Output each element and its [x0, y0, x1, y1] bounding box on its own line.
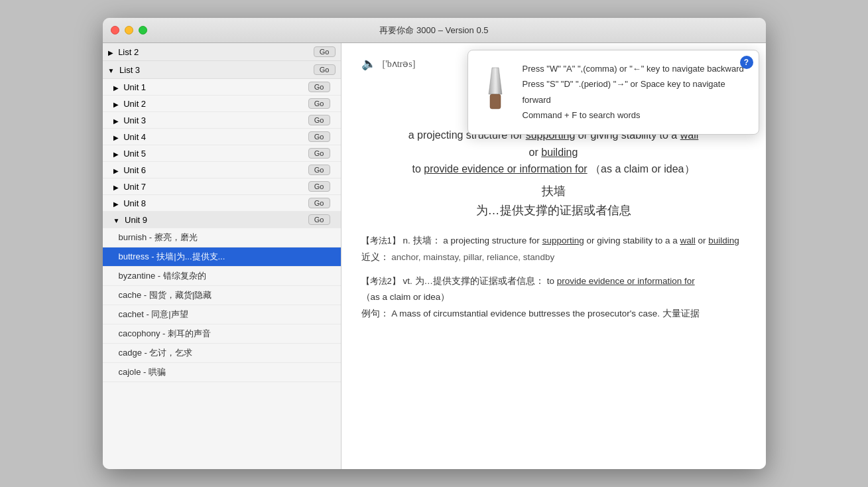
unit2-item[interactable]: ▶ Unit 2 Go — [103, 96, 341, 112]
section1-rest: or giving stability to a — [586, 236, 670, 245]
tooltip-text: Press "W" "A" ",(comma) or "←" key to na… — [523, 61, 748, 123]
list3-go-button[interactable]: Go — [314, 64, 336, 75]
section1-pos: n. 扶墙： — [403, 236, 441, 245]
main-window: 再要你命 3000 – Version 0.5 ▶ List 2 Go ▼ Li… — [103, 18, 766, 469]
list3-label: ▼ List 3 — [108, 65, 141, 75]
list2-triangle: ▶ — [108, 49, 113, 56]
section1-synonyms-label: 近义： — [361, 252, 389, 262]
svg-marker-0 — [489, 68, 502, 94]
detail-section-1: 【考法1】 n. 扶墙： a projecting structure for … — [361, 233, 746, 265]
section2-label: 【考法2】 — [361, 276, 401, 286]
unit1-go-button[interactable]: Go — [308, 82, 330, 92]
word-cajole-text: cajole - 哄骗 — [119, 367, 166, 377]
unit2-label: ▶ Unit 2 — [113, 99, 147, 109]
section2-provide: provide evidence or information for — [557, 276, 695, 286]
close-button[interactable] — [111, 26, 119, 35]
list3-header[interactable]: ▼ List 3 Go — [103, 61, 341, 79]
word-cacophony[interactable]: cacophony - 刺耳的声音 — [103, 324, 341, 344]
def-zh-2: 为…提供支撑的证据或者信息 — [476, 204, 631, 217]
svg-rect-1 — [490, 94, 501, 109]
def-en-provide: provide evidence or information for — [424, 163, 587, 174]
word-buttress-text: buttress - 扶墙|为...提供支... — [119, 251, 225, 261]
section1-synonyms: anchor, mainstay, pillar, reliance, stan… — [391, 252, 554, 262]
section1-label: 【考法1】 — [361, 236, 401, 245]
unit6-item[interactable]: ▶ Unit 6 Go — [103, 162, 341, 178]
sidebar: ▶ List 2 Go ▼ List 3 Go ▶ Unit 1 Go — [103, 43, 341, 469]
word-cache[interactable]: cache - 囤货，藏货|隐藏 — [103, 286, 341, 305]
word-burnish-text: burnish - 擦亮，磨光 — [119, 232, 198, 242]
unit6-label: ▶ Unit 6 — [113, 165, 147, 175]
speaker-icon[interactable]: 🔈 — [361, 56, 376, 71]
list2-label: ▶ List 2 — [108, 47, 139, 57]
unit1-label: ▶ Unit 1 — [113, 82, 147, 92]
unit5-label: ▶ Unit 5 — [113, 149, 147, 159]
tooltip-line2: Press "S" "D" ".(period) "→" or Space ke… — [523, 76, 748, 107]
word-cachet[interactable]: cachet - 同意|声望 — [103, 305, 341, 324]
word-cajole[interactable]: cajole - 哄骗 — [103, 363, 341, 382]
unit4-label: ▶ Unit 4 — [113, 132, 147, 142]
section1-def: a projecting structure for — [443, 236, 540, 245]
section2-to: to — [547, 276, 557, 286]
main-content: ▶ List 2 Go ▼ List 3 Go ▶ Unit 1 Go — [103, 43, 766, 469]
unit9-go-button[interactable]: Go — [308, 214, 330, 225]
tooltip-line3: Command + F to search words — [523, 107, 748, 123]
unit4-go-button[interactable]: Go — [308, 131, 330, 142]
def-zh-1: 扶墙 — [542, 184, 566, 198]
word-cadge[interactable]: cadge - 乞讨，乞求 — [103, 344, 341, 363]
unit8-label: ▶ Unit 8 — [113, 198, 147, 208]
minimize-button[interactable] — [125, 26, 133, 35]
unit5-item[interactable]: ▶ Unit 5 Go — [103, 145, 341, 162]
tooltip-line1: Press "W" "A" ",(comma) or "←" key to na… — [523, 61, 748, 76]
word-byzantine-text: byzantine - 错综复杂的 — [119, 271, 206, 281]
def-en-to: to — [412, 163, 424, 174]
def-en-building: building — [541, 147, 578, 158]
pronunciation: ['bʌtrəs] — [383, 58, 416, 70]
section1-supporting: supporting — [542, 236, 584, 245]
def-en-claim: （as a claim or idea） — [590, 163, 694, 174]
window-title: 再要你命 3000 – Version 0.5 — [379, 25, 488, 36]
unit3-go-button[interactable]: Go — [308, 115, 330, 125]
word-cache-text: cache - 囤货，藏货|隐藏 — [119, 290, 212, 300]
unit3-item[interactable]: ▶ Unit 3 Go — [103, 112, 341, 129]
titlebar: 再要你命 3000 – Version 0.5 — [103, 18, 766, 43]
definition-panel: 🔈 ['bʌtrəs] buttress a projecting struct… — [341, 43, 766, 469]
unit7-item[interactable]: ▶ Unit 7 Go — [103, 178, 341, 195]
unit8-item[interactable]: ▶ Unit 8 Go — [103, 195, 341, 212]
unit4-item[interactable]: ▶ Unit 4 Go — [103, 129, 341, 145]
word-cachet-text: cachet - 同意|声望 — [119, 309, 188, 319]
section1-building: building — [708, 236, 739, 245]
unit5-go-button[interactable]: Go — [308, 148, 330, 159]
section2-pos: vt. 为…提供支撑的证据或者信息： — [403, 276, 545, 286]
word-burnish[interactable]: burnish - 擦亮，磨光 — [103, 228, 341, 247]
word-byzantine[interactable]: byzantine - 错综复杂的 — [103, 267, 341, 286]
def-en-or: or — [529, 147, 542, 158]
word-cacophony-text: cacophony - 刺耳的声音 — [119, 328, 211, 338]
example-text: A mass of circumstantial evidence buttre… — [391, 309, 700, 318]
help-button[interactable]: ? — [740, 56, 753, 69]
unit2-go-button[interactable]: Go — [308, 98, 330, 109]
unit3-label: ▶ Unit 3 — [113, 115, 147, 125]
unit9-label: ▼ Unit 9 — [113, 215, 148, 225]
unit9-item[interactable]: ▼ Unit 9 Go — [103, 212, 341, 228]
example-label: 例句： — [361, 309, 389, 318]
tooltip-popup: Press "W" "A" ",(comma) or "←" key to na… — [467, 50, 759, 135]
definition-zh-block: 扶墙 为…提供支撑的证据或者信息 — [361, 182, 746, 220]
list2-go-button[interactable]: Go — [314, 46, 336, 57]
section2-rest: （as a claim or idea） — [361, 292, 450, 302]
list3-triangle: ▼ — [108, 67, 115, 74]
maximize-button[interactable] — [139, 26, 147, 35]
list2-header[interactable]: ▶ List 2 Go — [103, 43, 341, 61]
unit7-label: ▶ Unit 7 — [113, 182, 147, 192]
knife-icon — [479, 61, 512, 114]
unit6-go-button[interactable]: Go — [308, 165, 330, 175]
word-buttress[interactable]: buttress - 扶墙|为...提供支... — [103, 247, 341, 267]
word-cadge-text: cadge - 乞讨，乞求 — [119, 348, 193, 358]
section1-wall: wall — [680, 236, 696, 245]
traffic-lights — [111, 26, 147, 35]
unit8-go-button[interactable]: Go — [308, 198, 330, 208]
unit1-item[interactable]: ▶ Unit 1 Go — [103, 79, 341, 96]
detail-section-2: 【考法2】 vt. 为…提供支撑的证据或者信息： to provide evid… — [361, 273, 746, 322]
section1-or: or — [698, 236, 709, 245]
unit7-go-button[interactable]: Go — [308, 181, 330, 192]
